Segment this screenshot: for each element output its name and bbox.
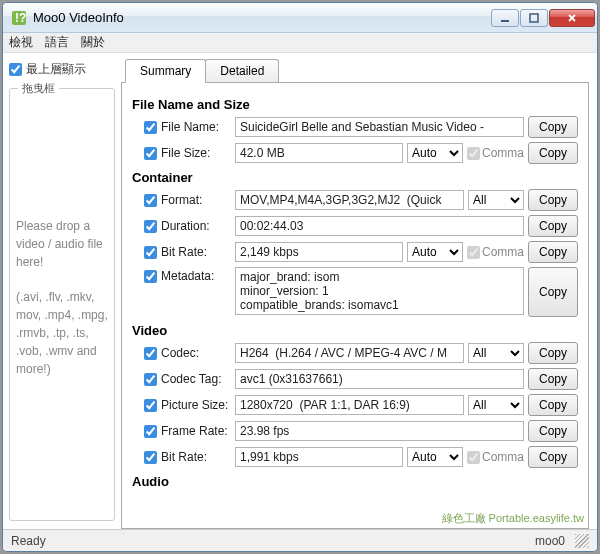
row-metadata: Metadata: Copy bbox=[132, 267, 578, 317]
topmost-check-icon[interactable] bbox=[9, 63, 22, 76]
picsize-select[interactable]: All bbox=[468, 395, 524, 415]
section-container: Container bbox=[132, 170, 578, 185]
section-video: Video bbox=[132, 323, 578, 338]
row-video-bitrate: Bit Rate: Auto Comma Copy bbox=[132, 446, 578, 468]
section-filename-size: File Name and Size bbox=[132, 97, 578, 112]
status-right: moo0 bbox=[535, 534, 565, 548]
row-framerate: Frame Rate: Copy bbox=[132, 420, 578, 442]
codectag-input[interactable] bbox=[235, 369, 524, 389]
cbitrate-check[interactable] bbox=[144, 246, 157, 259]
framerate-check[interactable] bbox=[144, 425, 157, 438]
codectag-check[interactable] bbox=[144, 373, 157, 386]
cbitrate-comma: Comma bbox=[467, 245, 524, 259]
app-icon: !? bbox=[11, 10, 27, 26]
menu-view[interactable]: 檢視 bbox=[9, 34, 33, 51]
format-select[interactable]: All bbox=[468, 190, 524, 210]
dropzone-fieldset[interactable]: 拖曳框 Please drop a video / audio file her… bbox=[9, 88, 115, 521]
filesize-unit-select[interactable]: Auto bbox=[407, 143, 463, 163]
framerate-copy-button[interactable]: Copy bbox=[528, 420, 578, 442]
picsize-copy-button[interactable]: Copy bbox=[528, 394, 578, 416]
tab-summary[interactable]: Summary bbox=[125, 59, 206, 83]
topmost-label: 最上層顯示 bbox=[26, 61, 86, 78]
main-panel: Summary Detailed File Name and Size File… bbox=[121, 53, 597, 529]
row-duration: Duration: Copy bbox=[132, 215, 578, 237]
filename-copy-button[interactable]: Copy bbox=[528, 116, 578, 138]
cbitrate-copy-button[interactable]: Copy bbox=[528, 241, 578, 263]
vbitrate-comma: Comma bbox=[467, 450, 524, 464]
vbitrate-label: Bit Rate: bbox=[161, 450, 231, 464]
metadata-copy-button[interactable]: Copy bbox=[528, 267, 578, 317]
dropzone-title: 拖曳框 bbox=[18, 81, 59, 96]
metadata-input[interactable] bbox=[235, 267, 524, 315]
dropzone-message: Please drop a video / audio file here! (… bbox=[16, 217, 108, 378]
vbitrate-select[interactable]: Auto bbox=[407, 447, 463, 467]
menubar: 檢視 語言 關於 bbox=[3, 33, 597, 53]
duration-label: Duration: bbox=[161, 219, 231, 233]
svg-rect-3 bbox=[530, 14, 538, 22]
filename-label: File Name: bbox=[161, 120, 231, 134]
statusbar: Ready moo0 bbox=[3, 529, 597, 551]
close-button[interactable] bbox=[549, 9, 595, 27]
menu-language[interactable]: 語言 bbox=[45, 34, 69, 51]
filesize-label: File Size: bbox=[161, 146, 231, 160]
format-check[interactable] bbox=[144, 194, 157, 207]
metadata-label: Metadata: bbox=[161, 269, 231, 283]
vbitrate-copy-button[interactable]: Copy bbox=[528, 446, 578, 468]
section-audio: Audio bbox=[132, 474, 578, 489]
tab-strip: Summary Detailed bbox=[125, 59, 589, 82]
filesize-input[interactable] bbox=[235, 143, 403, 163]
row-codectag: Codec Tag: Copy bbox=[132, 368, 578, 390]
duration-input[interactable] bbox=[235, 216, 524, 236]
svg-rect-2 bbox=[501, 20, 509, 22]
topmost-checkbox[interactable]: 最上層顯示 bbox=[9, 61, 115, 78]
codectag-label: Codec Tag: bbox=[161, 372, 231, 386]
filename-check[interactable] bbox=[144, 121, 157, 134]
menu-about[interactable]: 關於 bbox=[81, 34, 105, 51]
duration-copy-button[interactable]: Copy bbox=[528, 215, 578, 237]
duration-check[interactable] bbox=[144, 220, 157, 233]
codec-input[interactable] bbox=[235, 343, 464, 363]
status-ready: Ready bbox=[11, 534, 46, 548]
metadata-check[interactable] bbox=[144, 270, 157, 283]
format-copy-button[interactable]: Copy bbox=[528, 189, 578, 211]
resize-grip-icon[interactable] bbox=[575, 534, 589, 548]
svg-text:!?: !? bbox=[15, 11, 26, 25]
minimize-button[interactable] bbox=[491, 9, 519, 27]
tab-content: File Name and Size File Name: Copy File … bbox=[121, 82, 589, 529]
codec-copy-button[interactable]: Copy bbox=[528, 342, 578, 364]
row-filename: File Name: Copy bbox=[132, 116, 578, 138]
framerate-label: Frame Rate: bbox=[161, 424, 231, 438]
row-codec: Codec: All Copy bbox=[132, 342, 578, 364]
filesize-comma: Comma bbox=[467, 146, 524, 160]
codectag-copy-button[interactable]: Copy bbox=[528, 368, 578, 390]
vbitrate-check[interactable] bbox=[144, 451, 157, 464]
codec-label: Codec: bbox=[161, 346, 231, 360]
maximize-button[interactable] bbox=[520, 9, 548, 27]
cbitrate-label: Bit Rate: bbox=[161, 245, 231, 259]
row-format: Format: All Copy bbox=[132, 189, 578, 211]
codec-check[interactable] bbox=[144, 347, 157, 360]
filename-input[interactable] bbox=[235, 117, 524, 137]
format-label: Format: bbox=[161, 193, 231, 207]
window-title: Moo0 VideoInfo bbox=[33, 10, 491, 25]
picsize-input[interactable] bbox=[235, 395, 464, 415]
cbitrate-input[interactable] bbox=[235, 242, 403, 262]
cbitrate-select[interactable]: Auto bbox=[407, 242, 463, 262]
row-container-bitrate: Bit Rate: Auto Comma Copy bbox=[132, 241, 578, 263]
sidebar: 最上層顯示 拖曳框 Please drop a video / audio fi… bbox=[3, 53, 121, 529]
filesize-copy-button[interactable]: Copy bbox=[528, 142, 578, 164]
vbitrate-input[interactable] bbox=[235, 447, 403, 467]
row-filesize: File Size: Auto Comma Copy bbox=[132, 142, 578, 164]
app-window: !? Moo0 VideoInfo 檢視 語言 關於 最上層顯示 拖曳框 Ple… bbox=[2, 2, 598, 552]
titlebar[interactable]: !? Moo0 VideoInfo bbox=[3, 3, 597, 33]
codec-select[interactable]: All bbox=[468, 343, 524, 363]
tab-detailed[interactable]: Detailed bbox=[205, 59, 279, 82]
row-picsize: Picture Size: All Copy bbox=[132, 394, 578, 416]
picsize-check[interactable] bbox=[144, 399, 157, 412]
filesize-check[interactable] bbox=[144, 147, 157, 160]
picsize-label: Picture Size: bbox=[161, 398, 231, 412]
framerate-input[interactable] bbox=[235, 421, 524, 441]
format-input[interactable] bbox=[235, 190, 464, 210]
